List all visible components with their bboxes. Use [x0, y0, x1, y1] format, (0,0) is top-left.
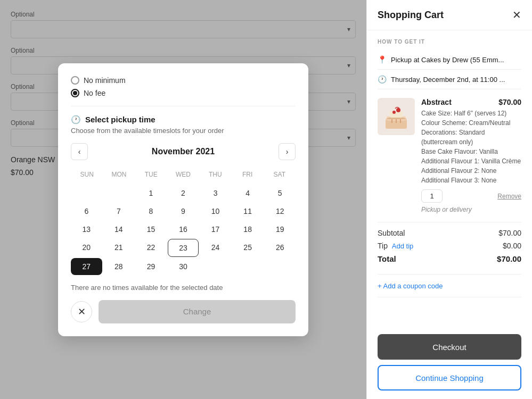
section-title: Select pickup time [85, 115, 155, 124]
item-name: Abstract [421, 98, 452, 106]
date-20[interactable]: 20 [71, 239, 102, 257]
item-additional-flavour-1: Additional Flavour 1: Vanilla Crème [421, 156, 521, 166]
quantity-box[interactable]: 1 [421, 189, 443, 203]
date-26[interactable]: 26 [264, 239, 296, 257]
option-no-minimum[interactable]: No minimum [71, 76, 296, 85]
pickup-location-text: Pickup at Cakes by Drew (55 Emm... [391, 56, 504, 64]
radio-no-fee[interactable] [71, 89, 79, 97]
svg-rect-2 [390, 111, 403, 118]
day-wed: WED [167, 169, 199, 180]
date-23[interactable]: 23 [168, 239, 199, 257]
item-name-row: Abstract $70.00 [421, 98, 521, 106]
date-25[interactable]: 25 [232, 239, 264, 257]
subtotal-label: Subtotal [378, 229, 405, 237]
total-label: Total [378, 254, 396, 263]
change-label: Change [183, 307, 211, 316]
date-16[interactable]: 16 [168, 221, 199, 238]
date-6[interactable]: 6 [71, 203, 102, 220]
prev-month-button[interactable]: ‹ [71, 143, 88, 160]
date-10[interactable]: 10 [200, 203, 231, 220]
cart-close-icon: ✕ [512, 9, 521, 21]
cart-close-button[interactable]: ✕ [512, 9, 521, 21]
date-24[interactable]: 24 [200, 239, 231, 257]
svg-point-7 [392, 111, 396, 114]
section-subtitle: Choose from the available timeslots for … [71, 127, 296, 135]
date-21[interactable]: 21 [103, 239, 135, 257]
pickup-delivery-label: Pickup or delivery [421, 206, 521, 213]
item-base-flavour: Base Cake Flavour: Vanilla [421, 147, 521, 156]
radio-no-minimum[interactable] [71, 76, 79, 85]
total-row: Total $70.00 [378, 254, 521, 263]
add-tip-link[interactable]: Add tip [392, 242, 413, 250]
item-cake-size: Cake Size: Half 6" (serves 12) [421, 109, 521, 118]
pickup-time-modal: No minimum No fee 🕐 Select pickup time C… [58, 63, 308, 336]
subtotal-value: $70.00 [498, 229, 521, 237]
cake-svg [380, 101, 412, 132]
date-14[interactable]: 14 [103, 221, 135, 238]
date-5[interactable]: 5 [264, 185, 296, 202]
next-month-button[interactable]: › [279, 143, 296, 160]
pickup-time-text: Thursday, December 2nd, at 11:00 ... [391, 76, 505, 84]
date-empty-5 [264, 258, 296, 275]
cart-item: Abstract $70.00 Cake Size: Half 6" (serv… [378, 89, 521, 222]
date-9[interactable]: 9 [168, 203, 199, 220]
item-colour-scheme: Colour Scheme: Cream/Neutral [421, 118, 521, 128]
date-13[interactable]: 13 [71, 221, 102, 238]
pickup-location-row: 📍 Pickup at Cakes by Drew (55 Emm... [378, 50, 521, 70]
modal-close-button[interactable]: ✕ [71, 301, 92, 322]
checkout-button[interactable]: Checkout [378, 334, 521, 360]
date-8[interactable]: 8 [135, 203, 167, 220]
date-17[interactable]: 17 [200, 221, 231, 238]
date-12[interactable]: 12 [264, 203, 296, 220]
calendar-month: November 2021 [152, 147, 215, 156]
day-thu: THU [199, 169, 231, 180]
date-30[interactable]: 30 [168, 258, 199, 275]
tip-row: Tip Add tip $0.00 [378, 242, 521, 250]
pickup-options: No minimum No fee [71, 76, 296, 97]
day-sat: SAT [264, 169, 296, 180]
calendar-grid: SUN MON TUE WED THU FRI SAT 1 2 [71, 169, 296, 275]
pickup-time-section: 🕐 Select pickup time Choose from the ava… [71, 115, 296, 292]
shopping-cart-panel: Shopping Cart ✕ HOW TO GET IT 📍 Pickup a… [366, 0, 532, 399]
date-11[interactable]: 11 [232, 203, 264, 220]
modal-footer: ✕ Change [71, 300, 296, 323]
how-to-get-label: HOW TO GET IT [378, 39, 521, 45]
subtotal-row: Subtotal $70.00 [378, 229, 521, 237]
add-coupon-link[interactable]: + Add a coupon code [378, 282, 443, 290]
cart-footer: Checkout Continue Shopping [367, 326, 532, 399]
cart-title: Shopping Cart [378, 10, 444, 21]
item-additional-flavour-2: Additional Flavour 2: None [421, 166, 521, 176]
date-15[interactable]: 15 [135, 221, 167, 238]
change-button[interactable]: Change [99, 300, 296, 323]
time-icon: 🕐 [378, 75, 387, 84]
totals-section: Subtotal $70.00 Tip Add tip $0.00 Total … [378, 222, 521, 275]
tip-label: Tip Add tip [378, 242, 413, 250]
day-tue: TUE [135, 169, 167, 180]
calendar-days-header: SUN MON TUE WED THU FRI SAT [71, 169, 296, 180]
date-28[interactable]: 28 [103, 258, 135, 275]
close-icon: ✕ [78, 306, 86, 318]
date-18[interactable]: 18 [232, 221, 264, 238]
item-actions: 1 Remove [421, 189, 521, 203]
date-3[interactable]: 3 [200, 185, 231, 202]
day-sun: SUN [71, 169, 103, 180]
date-4[interactable]: 4 [232, 185, 264, 202]
date-29[interactable]: 29 [135, 258, 167, 275]
date-1[interactable]: 1 [135, 185, 167, 202]
calendar-dates: 1 2 3 4 5 6 7 8 9 10 11 12 13 [71, 185, 296, 275]
date-19[interactable]: 19 [264, 221, 296, 238]
date-empty-2 [103, 185, 135, 202]
tip-value: $0.00 [503, 242, 521, 250]
coupon-section: + Add a coupon code [378, 275, 521, 297]
date-22[interactable]: 22 [135, 239, 167, 257]
date-27[interactable]: 27 [71, 258, 102, 275]
item-additional-flavour-3: Additional Flavour 3: None [421, 176, 521, 185]
remove-button[interactable]: Remove [497, 193, 521, 200]
cart-item-image [378, 98, 415, 135]
date-7[interactable]: 7 [103, 203, 135, 220]
location-icon: 📍 [378, 55, 387, 64]
date-2[interactable]: 2 [168, 185, 199, 202]
total-value: $70.00 [497, 254, 521, 263]
option-no-fee[interactable]: No fee [71, 89, 296, 97]
continue-shopping-button[interactable]: Continue Shopping [378, 365, 521, 390]
